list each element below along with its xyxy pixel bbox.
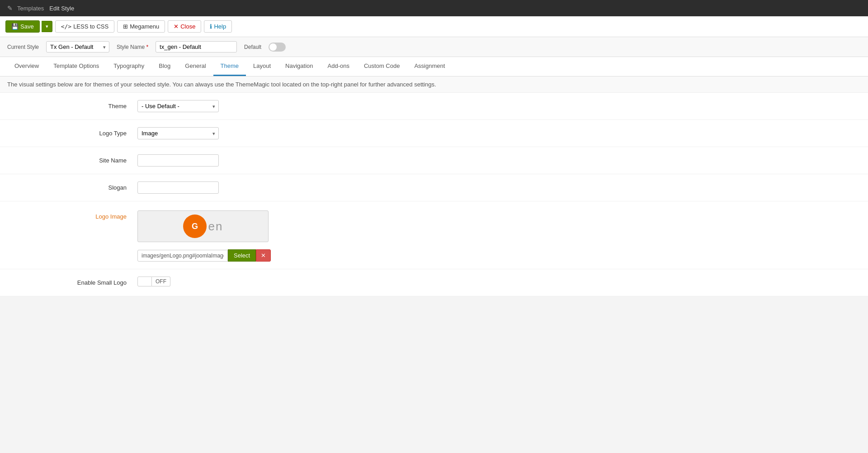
site-name-row: Site Name [0,147,868,174]
default-label: Default [244,44,261,50]
current-style-label: Current Style [7,44,39,50]
logo-image-row: Logo Image G en Select ✕ [0,201,868,269]
info-bar: The visual settings below are for themes… [0,76,868,93]
megamenu-button[interactable]: ⊞ Megamenu [117,20,165,33]
tab-overview[interactable]: Overview [7,57,46,76]
page-title: Edit Style [49,5,74,12]
logo-file-input[interactable] [137,250,228,262]
site-name-field [137,154,857,167]
tab-addons[interactable]: Add-ons [321,57,357,76]
logo-text-preview: en [208,219,223,234]
logo-file-row: Select ✕ [137,249,271,262]
logo-circle-icon: G [183,215,207,238]
tab-template-options[interactable]: Template Options [46,57,106,76]
slogan-row: Slogan [0,174,868,201]
small-logo-toggle-wrap[interactable]: OFF [137,277,170,286]
tab-general[interactable]: General [178,57,213,76]
logo-image-field: G en Select ✕ [137,210,857,262]
svg-text:G: G [192,222,198,231]
save-icon: 💾 [11,23,19,30]
options-bar: Current Style Tx Gen - Default Style Nam… [0,37,868,57]
enable-small-logo-label: Enable Small Logo [11,277,137,286]
tab-custom-code[interactable]: Custom Code [357,57,407,76]
breadcrumb-templates[interactable]: Templates [17,5,44,12]
logo-type-select-wrap: Image Text None [137,127,219,139]
tab-blog[interactable]: Blog [151,57,178,76]
close-icon: ✕ [174,23,179,30]
toolbar: 💾 Save ▾ </> LESS to CSS ⊞ Megamenu ✕ Cl… [0,16,868,37]
tab-navigation[interactable]: Navigation [278,57,320,76]
logo-type-select[interactable]: Image Text None [137,127,219,139]
tabs: Overview Template Options Typography Blo… [0,57,868,76]
help-label: Help [214,23,226,30]
current-style-select-wrap: Tx Gen - Default [46,41,109,52]
tab-assignment[interactable]: Assignment [407,57,452,76]
required-marker: * [146,44,148,50]
tab-typography[interactable]: Typography [106,57,151,76]
theme-row: Theme - Use Default - Default Custom [0,93,868,120]
logo-type-field: Image Text None [137,127,857,139]
slogan-field [137,181,857,194]
top-bar: ✎ Templates Edit Style [0,0,868,16]
pencil-icon: ✎ [7,5,13,12]
theme-settings: Theme - Use Default - Default Custom Log… [0,93,868,296]
save-label: Save [20,23,34,30]
logo-select-button[interactable]: Select [228,249,256,262]
megamenu-label: Megamenu [130,23,159,30]
tab-layout[interactable]: Layout [246,57,278,76]
less-to-css-label: LESS to CSS [73,23,108,30]
slogan-label: Slogan [11,181,137,191]
theme-select[interactable]: - Use Default - Default Custom [137,100,219,112]
close-label: Close [180,23,195,30]
info-text: The visual settings below are for themes… [7,81,436,88]
save-button[interactable]: 💾 Save [5,20,40,33]
enable-small-logo-row: Enable Small Logo OFF [0,269,868,296]
save-dropdown-button[interactable]: ▾ [42,21,52,32]
less-to-css-icon: </> [61,23,71,30]
theme-label: Theme [11,100,137,110]
tab-theme[interactable]: Theme [213,57,246,76]
site-name-label: Site Name [11,154,137,164]
logo-type-row: Logo Type Image Text None [0,120,868,147]
theme-select-wrap: - Use Default - Default Custom [137,100,219,112]
logo-image-label: Logo Image [11,210,137,220]
style-name-input[interactable] [156,41,237,52]
theme-field: - Use Default - Default Custom [137,100,857,112]
logo-svg: G [188,219,202,233]
small-logo-toggle-label: OFF [152,277,170,286]
megamenu-icon: ⊞ [123,23,128,30]
help-button[interactable]: ℹ Help [204,20,232,33]
current-style-select[interactable]: Tx Gen - Default [46,41,109,52]
enable-small-logo-field: OFF [137,277,857,286]
logo-type-label: Logo Type [11,127,137,137]
close-button[interactable]: ✕ Close [168,20,201,33]
less-to-css-button[interactable]: </> LESS to CSS [55,20,115,33]
default-toggle[interactable] [269,43,286,52]
small-logo-toggle-box [137,277,152,286]
style-name-label: Style Name * [117,44,148,50]
site-name-input[interactable] [137,154,219,167]
slogan-input[interactable] [137,181,219,194]
logo-preview: G en [137,210,269,242]
help-icon: ℹ [210,23,212,30]
logo-remove-button[interactable]: ✕ [256,249,271,262]
